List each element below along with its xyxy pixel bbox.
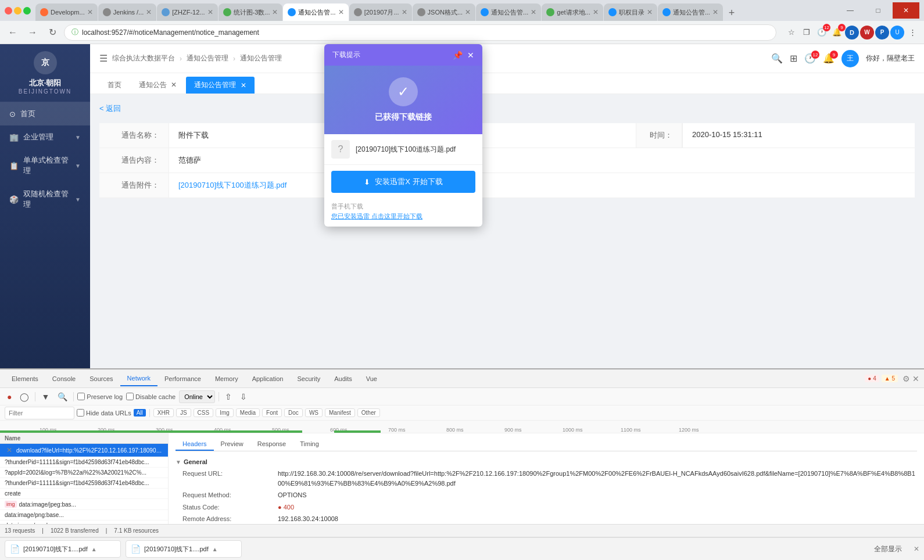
mobile-download-link[interactable]: 您已安装迅雷 点击这里开始下载: [331, 212, 475, 221]
detail-tab-preview[interactable]: Preview: [214, 438, 250, 451]
attachment-link[interactable]: [20190710]线下100道练习题.pdf: [178, 181, 286, 189]
devtools-tab-application[interactable]: Application: [245, 372, 291, 386]
maximize-window-btn[interactable]: [23, 7, 31, 15]
devtools-tab-console[interactable]: Console: [45, 372, 83, 386]
notification-icon[interactable]: 🔔 9: [830, 26, 844, 40]
clear-button[interactable]: ◯: [17, 391, 31, 403]
devtools-close-icon[interactable]: ✕: [912, 374, 919, 383]
filter-type-media[interactable]: Media: [236, 408, 260, 417]
sidebar-item-enterprise[interactable]: 🏢 企业管理 ▼: [0, 125, 90, 149]
forward-button[interactable]: →: [24, 24, 41, 41]
detail-tab-headers[interactable]: Headers: [176, 438, 214, 451]
win-maximize-btn[interactable]: □: [865, 2, 891, 19]
tab-close-1[interactable]: ✕: [87, 8, 93, 16]
new-tab-button[interactable]: +: [724, 5, 740, 21]
detail-tab-response[interactable]: Response: [250, 438, 293, 451]
tab-notice-mgmt-close[interactable]: ✕: [241, 81, 246, 89]
tab-close-3[interactable]: ✕: [207, 8, 213, 16]
devtools-tab-vue[interactable]: Vue: [359, 372, 384, 386]
minimize-window-btn[interactable]: [14, 7, 22, 15]
dl-chevron-1[interactable]: ▲: [91, 546, 97, 552]
network-item-6[interactable]: data:image/png:base...: [0, 510, 168, 520]
browser-tab-4[interactable]: 统计图-3数... ✕: [219, 3, 283, 21]
filter-type-js[interactable]: JS: [176, 408, 191, 417]
preserve-log-checkbox[interactable]: Preserve log: [77, 393, 123, 400]
filter-type-manifest[interactable]: Manifest: [325, 408, 355, 417]
download-bar-close-btn[interactable]: ✕: [914, 545, 919, 553]
tab-notice-mgmt[interactable]: 通知公告管理 ✕: [186, 77, 255, 94]
disable-cache-input[interactable]: [126, 393, 134, 400]
wps-icon[interactable]: W: [860, 26, 874, 40]
star-icon[interactable]: ☆: [785, 26, 798, 40]
dl-chevron-2[interactable]: ▲: [212, 546, 218, 552]
devtools-tab-memory[interactable]: Memory: [208, 372, 245, 386]
network-item-0-close[interactable]: ✕: [5, 446, 14, 455]
devtools-tab-security[interactable]: Security: [290, 372, 327, 386]
throttle-select[interactable]: Online: [179, 390, 215, 403]
browser-tab-1[interactable]: Developm... ✕: [35, 3, 98, 21]
close-window-btn[interactable]: [5, 7, 12, 15]
menu-toggle-icon[interactable]: ☰: [99, 53, 108, 64]
preserve-log-input[interactable]: [77, 393, 85, 400]
filter-type-css[interactable]: CSS: [194, 408, 214, 417]
devtools-tab-elements[interactable]: Elements: [5, 372, 45, 386]
detail-tab-timing[interactable]: Timing: [293, 438, 326, 451]
general-section-header[interactable]: ▼ General: [176, 456, 917, 468]
win-close-btn[interactable]: ✕: [893, 2, 919, 19]
filter-type-xhr[interactable]: XHR: [153, 408, 174, 417]
user-avatar[interactable]: 王: [841, 50, 859, 67]
devtools-tab-performance[interactable]: Performance: [157, 372, 208, 386]
devtools-tab-audits[interactable]: Audits: [327, 372, 359, 386]
sidebar-item-home[interactable]: ⊙ 首页: [0, 102, 90, 125]
browser-tab-5[interactable]: 通知公告管... ✕: [283, 3, 348, 21]
network-item-3[interactable]: ?thunderPid=11111&sign=f1bd42598d63f741e…: [0, 478, 168, 489]
browser-tab-2[interactable]: Jenkins /... ✕: [98, 3, 157, 21]
back-button[interactable]: ←: [5, 24, 21, 41]
devtools-tab-sources[interactable]: Sources: [83, 372, 120, 386]
hide-data-urls-checkbox[interactable]: Hide data URLs: [77, 409, 131, 417]
devtools-tab-network[interactable]: Network: [120, 371, 157, 386]
browser-tab-6[interactable]: [201907月... ✕: [349, 3, 412, 21]
tab-close-10[interactable]: ✕: [647, 8, 653, 16]
win-minimize-btn[interactable]: ―: [837, 2, 864, 19]
network-item-0[interactable]: ✕ download?fileUrl=http:%2F%2F210.12.166…: [0, 444, 168, 457]
network-item-1[interactable]: ?thunderPid=11111&sign=f1bd42598d63f741e…: [0, 457, 168, 468]
filter-type-other[interactable]: Other: [357, 408, 380, 417]
network-item-5[interactable]: img data:image/jpeg:bas...: [0, 499, 168, 510]
browser-tab-3[interactable]: [ZHZF-12... ✕: [157, 3, 217, 21]
tab-close-2[interactable]: ✕: [146, 8, 152, 16]
tab-close-11[interactable]: ✕: [712, 8, 718, 16]
tab-close-6[interactable]: ✕: [402, 8, 407, 16]
warning-count-badge[interactable]: ▲ 5: [882, 375, 898, 382]
sidebar-item-random[interactable]: 🎲 双随机检查管理 ▼: [0, 182, 90, 216]
filter-toggle-btn[interactable]: ▼: [39, 391, 52, 403]
viewmode-icon[interactable]: ❐: [800, 26, 814, 40]
tab-notice-close[interactable]: ✕: [171, 81, 177, 89]
record-button[interactable]: ●: [5, 391, 14, 403]
browser-tab-7[interactable]: JSON格式... ✕: [413, 3, 476, 21]
show-all-downloads-btn[interactable]: 全部显示: [869, 542, 907, 557]
sidebar-item-inspection[interactable]: 📋 单单式检查管理 ▼: [0, 149, 90, 182]
clock-icon[interactable]: 🕐 12: [815, 26, 829, 40]
filter-type-all[interactable]: All: [134, 409, 146, 417]
header-expand-icon[interactable]: ⊞: [790, 53, 797, 64]
p-icon[interactable]: P: [875, 26, 889, 40]
tab-home[interactable]: 首页: [99, 77, 130, 94]
dialog-pin-icon[interactable]: 📌: [453, 51, 463, 60]
search-btn[interactable]: 🔍: [55, 391, 70, 403]
disable-cache-checkbox[interactable]: Disable cache: [126, 393, 176, 400]
filter-type-doc[interactable]: Doc: [284, 408, 303, 417]
reload-button[interactable]: ↻: [44, 24, 60, 41]
tab-close-5[interactable]: ✕: [338, 8, 344, 16]
tab-close-7[interactable]: ✕: [465, 8, 471, 16]
network-item-2[interactable]: ?appId=2002I&log=%7B%22ai%22%3A20021%2C%…: [0, 468, 168, 478]
browser-tab-11[interactable]: 通知公告管... ✕: [658, 3, 723, 21]
tab-close-9[interactable]: ✕: [593, 8, 599, 16]
browser-tab-9[interactable]: get请求地... ✕: [542, 3, 603, 21]
filter-type-ws[interactable]: WS: [305, 408, 323, 417]
browser-tab-10[interactable]: 职权目录 ✕: [604, 3, 657, 21]
filter-type-img[interactable]: Img: [216, 408, 234, 417]
back-button-page[interactable]: < 返回: [99, 103, 121, 114]
tab-close-8[interactable]: ✕: [531, 8, 536, 16]
filter-type-font[interactable]: Font: [262, 408, 282, 417]
